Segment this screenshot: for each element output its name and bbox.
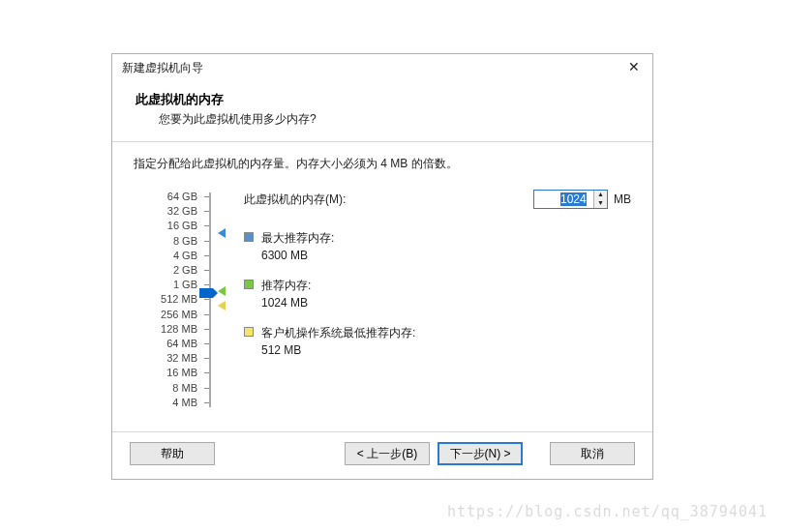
help-button[interactable]: 帮助: [130, 442, 215, 465]
slider-ticks: 64 GB 32 GB 16 GB 8 GB 4 GB 2 GB 1 GB 51…: [134, 190, 203, 410]
watermark: https://blog.csdn.net/qq_38794041: [447, 503, 768, 520]
window-title: 新建虚拟机向导: [122, 60, 203, 76]
square-green-icon: [244, 280, 254, 289]
header: 此虚拟机的内存 您要为此虚拟机使用多少内存?: [112, 81, 652, 141]
instruction-text: 指定分配给此虚拟机的内存量。内存大小必须为 4 MB 的倍数。: [134, 156, 631, 172]
memory-label: 此虚拟机的内存(M):: [244, 192, 533, 208]
footer: 帮助 < 上一步(B) 下一步(N) > 取消: [112, 432, 652, 479]
spin-up-icon[interactable]: ▲: [594, 191, 607, 199]
page-subtitle: 您要为此虚拟机使用多少内存?: [136, 111, 629, 128]
min-recommended: 客户机操作系统最低推荐内存: 512 MB: [244, 325, 631, 357]
square-blue-icon: [244, 232, 254, 242]
memory-input[interactable]: [534, 191, 590, 208]
max-recommended: 最大推荐内存: 6300 MB: [244, 230, 631, 262]
content-area: 指定分配给此虚拟机的内存量。内存大小必须为 4 MB 的倍数。 64 GB 32…: [112, 142, 652, 431]
memory-unit: MB: [614, 192, 631, 206]
spin-down-icon[interactable]: ▼: [594, 199, 607, 208]
back-button[interactable]: < 上一步(B): [345, 442, 430, 465]
titlebar: 新建虚拟机向导 ✕: [112, 54, 652, 81]
marker-max-icon: [218, 228, 226, 238]
next-button[interactable]: 下一步(N) >: [438, 442, 523, 465]
recommended: 推荐内存: 1024 MB: [244, 278, 631, 310]
square-yellow-icon: [244, 327, 254, 337]
marker-min-icon: [218, 301, 226, 310]
memory-spinner[interactable]: ▲ ▼: [533, 190, 608, 209]
page-title: 此虚拟机的内存: [136, 91, 629, 108]
memory-slider[interactable]: 64 GB 32 GB 16 GB 8 GB 4 GB 2 GB 1 GB 51…: [134, 190, 203, 410]
cancel-button[interactable]: 取消: [550, 442, 635, 465]
close-icon[interactable]: ✕: [621, 58, 647, 77]
marker-rec-icon: [218, 286, 226, 296]
wizard-dialog: 新建虚拟机向导 ✕ 此虚拟机的内存 您要为此虚拟机使用多少内存? 指定分配给此虚…: [111, 53, 653, 480]
